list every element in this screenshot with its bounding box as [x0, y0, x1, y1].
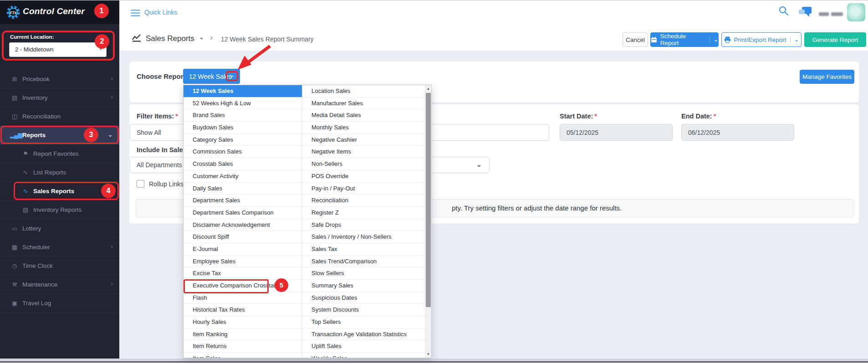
report-option-item-sales[interactable]: Item Sales [184, 353, 302, 358]
report-option-reconciliation[interactable]: Reconciliation [302, 195, 425, 207]
report-option-negative-items[interactable]: Negative Items [302, 146, 425, 158]
report-option-historical-tax-rates[interactable]: Historical Tax Rates [184, 304, 302, 316]
sidebar-item-maintenance[interactable]: ⚒ Maintenance › [0, 275, 119, 294]
report-option-department-sales-comparison[interactable]: Department Sales Comparison [184, 207, 302, 219]
sidebar-item-label: Travel Log [22, 300, 51, 307]
scrollbar-thumb[interactable] [426, 93, 431, 307]
sidebar-item-reconciliation[interactable]: ◫ Reconciliation [0, 107, 119, 126]
rollup-links-label: Rollup Links [149, 180, 184, 188]
chevron-down-icon[interactable]: ⌄ [710, 36, 718, 43]
report-option-label: Flash [193, 294, 207, 301]
report-option-sales-inventory-non-sellers[interactable]: Sales / Inventory / Non-Sellers [302, 231, 425, 243]
report-option-employee-sales[interactable]: Employee Sales [184, 256, 302, 268]
report-option-media-detail-sales[interactable]: Media Detail Sales [302, 109, 425, 122]
report-option-label: Disclaimer Acknowledgement [193, 221, 270, 228]
ticket-icon: ▭ [10, 225, 18, 232]
quick-links-button[interactable]: Quick Links [144, 9, 177, 16]
report-option-manufacturer-sales[interactable]: Manufacturer Sales [302, 97, 425, 110]
sidebar-item-travel-log[interactable]: ▣ Travel Log [0, 294, 119, 313]
report-option-non-sellers[interactable]: Non-Sellers [302, 158, 425, 170]
report-option-suspicious-dates[interactable]: Suspicious Dates [302, 292, 425, 304]
report-option-e-journal[interactable]: E-Journal [184, 243, 302, 256]
report-option-category-sales[interactable]: Category Sales [184, 134, 302, 146]
current-location-select[interactable]: 2 - Middletown ▾ [9, 42, 107, 57]
user-avatar[interactable] [847, 3, 865, 21]
report-option-label: Sales Trend/Comparison [311, 258, 377, 265]
report-option-location-sales[interactable]: Location Sales [302, 85, 425, 97]
report-option-discount-spiff[interactable]: Discount Spiff [184, 231, 302, 243]
sidebar-item-reports[interactable]: ▂▄▆ Reports ⌄3 [0, 126, 119, 144]
breadcrumb-page: 12 Week Sales Report Summary [221, 36, 314, 43]
report-option-transaction-age-validation-statistics[interactable]: Transaction Age Validation Statistics [302, 328, 425, 341]
generate-report-button[interactable]: Generate Report [804, 32, 866, 47]
sidebar-item-sales-reports[interactable]: ∿ Sales Reports 4 [0, 182, 119, 200]
chevron-down-icon[interactable]: ⌄ [230, 72, 234, 78]
report-option-label: Historical Tax Rates [193, 306, 245, 313]
chevron-down-icon[interactable]: ⌄ [790, 36, 799, 43]
report-option-negative-cashier[interactable]: Negative Cashier [302, 134, 425, 146]
report-option-summary-sales[interactable]: Summary Sales [302, 280, 425, 292]
sidebar: FTx Control Center 1 Current Location: 2… [0, 0, 119, 359]
report-option-weekly-sales[interactable]: Weekly Sales [302, 353, 425, 358]
menu-toggle-icon[interactable] [131, 10, 140, 18]
report-option-12-week-sales[interactable]: 12 Week Sales [184, 85, 302, 97]
scroll-down-icon[interactable]: ▼ [425, 351, 431, 358]
chat-icon[interactable] [798, 6, 812, 18]
end-date-input[interactable] [681, 124, 794, 141]
manage-favorites-button[interactable]: Manage Favorites [800, 70, 854, 84]
report-option-label: Transaction Age Validation Statistics [311, 331, 407, 338]
breadcrumb-section[interactable]: Sales Reports [146, 34, 194, 43]
report-option-hourly-sales[interactable]: Hourly Sales [184, 316, 302, 328]
sidebar-item-scheduler[interactable]: ▦ Scheduler › [0, 238, 119, 256]
report-option-register-z[interactable]: Register Z [302, 207, 425, 219]
schedule-report-button[interactable]: Schedule Report ⌄ [650, 32, 719, 47]
report-option-sales-trend-comparison[interactable]: Sales Trend/Comparison [302, 256, 425, 268]
sidebar-item-report-favorites[interactable]: ⚑ Report Favorites [0, 144, 119, 163]
sidebar-item-lottery[interactable]: ▭ Lottery [0, 219, 119, 238]
report-option-label: Brand Sales [193, 112, 225, 118]
report-option-monthly-sales[interactable]: Monthly Sales [302, 122, 425, 134]
report-option-daily-sales[interactable]: Daily Sales [184, 183, 302, 195]
report-option-crosstab-sales[interactable]: Crosstab Sales [184, 158, 302, 170]
report-option-flash[interactable]: Flash [184, 292, 302, 304]
sidebar-item-inventory[interactable]: ▤ Inventory › [0, 88, 119, 107]
report-option-excise-tax[interactable]: Excise Tax [184, 267, 302, 280]
report-option-buydown-sales[interactable]: Buydown Sales [184, 122, 302, 134]
start-date-input[interactable] [560, 124, 673, 141]
dropdown-scrollbar[interactable]: ▲ ▼ [425, 85, 431, 358]
report-option-item-returns[interactable]: Item Returns [184, 340, 302, 353]
report-option-label: Executive Comparison Crosstab [193, 282, 277, 289]
report-option-label: System Discounts [311, 306, 359, 313]
report-option-disclaimer-acknowledgement[interactable]: Disclaimer Acknowledgement [184, 219, 302, 231]
report-option-customer-activity[interactable]: Customer Activity [184, 170, 302, 183]
start-date-label: Start Date:* [560, 113, 597, 120]
report-option-slow-sellers[interactable]: Slow Sellers [302, 267, 425, 280]
report-option-52-weeks-high-low[interactable]: 52 Weeks High & Low [184, 97, 302, 110]
rollup-links-checkbox[interactable] [137, 180, 144, 188]
report-option-executive-comparison-crosstab[interactable]: Executive Comparison Crosstab 5 [184, 280, 302, 292]
report-option-pos-override[interactable]: POS Override [302, 170, 425, 183]
report-option-department-sales[interactable]: Department Sales [184, 195, 302, 207]
report-option-pay-in-pay-out[interactable]: Pay-in / Pay-Out [302, 183, 425, 195]
search-icon[interactable] [778, 5, 789, 16]
report-option-item-ranking[interactable]: Item Ranking [184, 328, 302, 341]
sidebar-item-pricebook[interactable]: ⊞ Pricebook › [0, 70, 119, 88]
cancel-button[interactable]: Cancel [623, 32, 648, 47]
chevron-down-icon[interactable]: ⌄ [199, 34, 204, 41]
printer-icon [724, 36, 731, 43]
report-option-system-discounts[interactable]: System Discounts [302, 304, 425, 316]
report-option-brand-sales[interactable]: Brand Sales [184, 109, 302, 122]
sidebar-item-list-reports[interactable]: ∿ List Reports [0, 163, 119, 182]
report-option-safe-drops[interactable]: Safe Drops [302, 219, 425, 231]
scroll-up-icon[interactable]: ▲ [425, 85, 431, 92]
sidebar-item-time-clock[interactable]: ◷ Time Clock [0, 256, 119, 275]
sidebar-item-inventory-reports[interactable]: ▤ Inventory Reports [0, 200, 119, 219]
report-option-commission-sales[interactable]: Commission Sales [184, 146, 302, 158]
report-option-uplift-sales[interactable]: Uplift Sales [302, 340, 425, 353]
report-option-top-sellers[interactable]: Top Sellers [302, 316, 425, 328]
print-export-report-button[interactable]: Print/Export Report ⌄ [721, 32, 802, 47]
report-option-label: Excise Tax [193, 270, 221, 277]
report-option-sales-tax[interactable]: Sales Tax [302, 243, 425, 256]
report-option-label: Sales Tax [311, 246, 337, 252]
step-4-badge: 4 [101, 184, 116, 198]
